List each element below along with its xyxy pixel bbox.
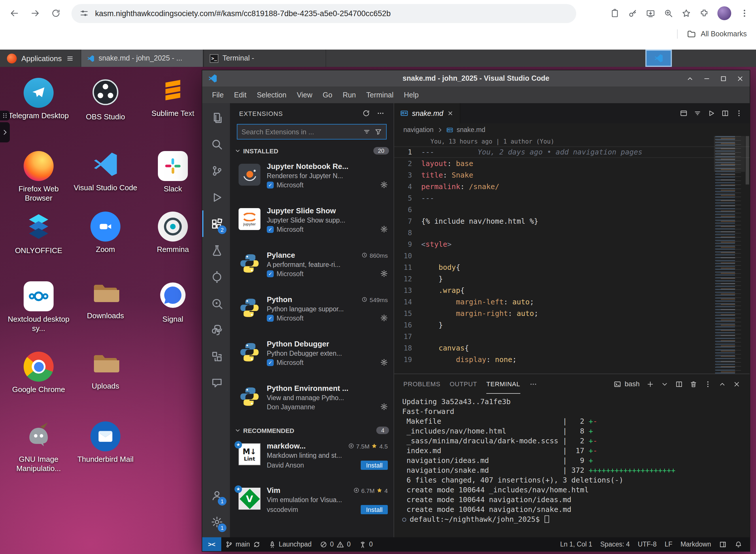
code-line-7[interactable]: 7{% include nav/home.html %} bbox=[394, 216, 750, 227]
terminal-more-actions-icon[interactable] bbox=[704, 380, 712, 388]
minimize-icon[interactable] bbox=[703, 75, 710, 82]
vscode-title-bar[interactable]: snake.md - john_2025 - Visual Studio Cod… bbox=[202, 70, 750, 87]
minimap[interactable] bbox=[714, 136, 745, 374]
maximize-panel-icon[interactable] bbox=[718, 380, 726, 388]
desktop-icon-downloads[interactable]: Downloads bbox=[72, 281, 139, 321]
site-settings-icon[interactable] bbox=[79, 9, 89, 18]
code-line-5[interactable]: 5--- bbox=[394, 192, 750, 204]
menu-view[interactable]: View bbox=[292, 91, 317, 99]
scrollbar-thumb[interactable] bbox=[746, 136, 749, 184]
code-line-2[interactable]: 2layout: base bbox=[394, 158, 750, 169]
extensions-search-box[interactable] bbox=[237, 124, 387, 140]
desktop-icon-uploads[interactable]: Uploads bbox=[72, 352, 139, 391]
activity-testing-button[interactable] bbox=[202, 237, 230, 264]
shade-window-icon[interactable] bbox=[686, 75, 694, 82]
open-preview-icon[interactable] bbox=[680, 110, 687, 117]
code-line-3[interactable]: 3title: Snake bbox=[394, 169, 750, 181]
encoding-item[interactable]: UTF-8 bbox=[634, 541, 660, 547]
menu-help[interactable]: Help bbox=[399, 91, 424, 99]
extension-manage-gear-icon[interactable] bbox=[380, 225, 388, 233]
extension-item-python[interactable]: Python549ms Python language suppor... ✓M… bbox=[230, 290, 393, 335]
close-window-icon[interactable] bbox=[737, 75, 744, 82]
install-button[interactable]: Install bbox=[361, 505, 388, 514]
kasm-drag-handle[interactable] bbox=[0, 111, 10, 120]
desktop-icon-gnu-image-manipulatio[interactable]: GNU Image Manipulatio... bbox=[5, 422, 72, 474]
desktop-icon-onlyoffice[interactable]: ONLYOFFICE bbox=[5, 212, 72, 256]
panel-tabs-more-icon[interactable] bbox=[529, 380, 537, 388]
activity-source-control-button[interactable] bbox=[202, 157, 230, 184]
kill-terminal-icon[interactable] bbox=[690, 380, 697, 388]
code-line-6[interactable]: 6 bbox=[394, 204, 750, 216]
terminal-profile-dropdown-icon[interactable] bbox=[661, 380, 669, 388]
extension-item-jupyter-slide-show[interactable]: jupyter Jupyter Slide Show Jupyter Slide… bbox=[230, 202, 393, 246]
all-bookmarks-button[interactable]: All Bookmarks bbox=[701, 30, 747, 38]
extension-manage-gear-icon[interactable] bbox=[380, 314, 388, 322]
code-editor[interactable]: You, 13 hours ago | 1 author (You) 1--- … bbox=[394, 136, 750, 374]
ports-status-item[interactable]: 0 bbox=[355, 537, 377, 551]
terminal-output[interactable]: Updating 3a52a43..7a1fe3bFast-forward Ma… bbox=[394, 394, 750, 537]
desktop-icon-obs-studio[interactable]: OBS Studio bbox=[72, 78, 139, 122]
activity-gear-button[interactable]: 1 bbox=[202, 508, 230, 535]
extensions-section-recommended[interactable]: RECOMMENDED4 bbox=[230, 424, 393, 437]
new-terminal-icon[interactable] bbox=[646, 380, 654, 388]
menu-edit[interactable]: Edit bbox=[229, 91, 252, 99]
breadcrumb-file[interactable]: snake.md bbox=[457, 126, 486, 133]
menu-selection[interactable]: Selection bbox=[252, 91, 292, 99]
activity-containers-button[interactable] bbox=[202, 343, 230, 370]
notifications-item[interactable] bbox=[731, 541, 746, 548]
code-line-19[interactable]: 19 display: none; bbox=[394, 354, 750, 366]
taskbar-window-terminal[interactable]: >_Terminal - bbox=[203, 50, 326, 67]
toggle-render-icon[interactable] bbox=[694, 110, 701, 117]
desktop-icon-telegram-desktop[interactable]: Telegram Desktop bbox=[5, 78, 72, 121]
cursor-position-item[interactable]: Ln 1, Col 1 bbox=[556, 541, 596, 547]
indentation-item[interactable]: Spaces: 4 bbox=[596, 541, 634, 547]
breadcrumb[interactable]: navigation snake.md bbox=[394, 123, 750, 136]
activity-account-button[interactable]: 1 bbox=[202, 482, 230, 508]
activity-comments-button[interactable] bbox=[202, 370, 230, 396]
extension-manage-gear-icon[interactable] bbox=[380, 270, 388, 277]
address-bar[interactable]: kasm.nighthawkcodingsociety.com/#/kasm/c… bbox=[71, 4, 576, 23]
browser-menu-icon[interactable] bbox=[740, 9, 749, 18]
desktop-icon-zoom[interactable]: Zoom bbox=[72, 212, 139, 255]
activity-extensions-button[interactable]: 2 bbox=[202, 210, 230, 237]
code-line-15[interactable]: 15 margin-right: auto; bbox=[394, 308, 750, 319]
code-line-10[interactable]: 10 bbox=[394, 250, 750, 262]
desktop-icon-remmina[interactable]: Remmina bbox=[139, 212, 206, 255]
menu-run[interactable]: Run bbox=[337, 91, 361, 99]
close-panel-icon[interactable] bbox=[733, 380, 741, 388]
branch-status-item[interactable]: main bbox=[221, 537, 264, 551]
reload-button[interactable] bbox=[47, 5, 65, 22]
extensions-section-installed[interactable]: INSTALLED20 bbox=[230, 144, 393, 157]
codelens-annotation[interactable]: You, 13 hours ago | 1 author (You) bbox=[394, 136, 750, 147]
extension-item-jupyter-notebook-re[interactable]: Jupyter Notebook Re... Renderers for Jup… bbox=[230, 157, 393, 202]
taskbar-window-snake-md-john-2025[interactable]: snake.md - john_2025 - ... bbox=[81, 50, 203, 67]
language-mode-item[interactable]: Markdown bbox=[677, 541, 715, 547]
activity-explorer-button[interactable] bbox=[202, 104, 230, 131]
extension-manage-gear-icon[interactable] bbox=[380, 181, 388, 188]
active-window-indicator-button[interactable] bbox=[645, 50, 672, 67]
more-editor-actions-icon[interactable] bbox=[735, 110, 743, 117]
code-line-1[interactable]: 1--- You, 2 days ago • add navigation pa… bbox=[394, 147, 750, 158]
extension-manage-gear-icon[interactable] bbox=[380, 403, 388, 410]
activity-search-button[interactable] bbox=[202, 131, 230, 157]
launchpad-status-item[interactable]: Launchpad bbox=[264, 537, 316, 551]
views-more-actions-icon[interactable] bbox=[377, 110, 384, 117]
extensions-search-input[interactable] bbox=[241, 128, 359, 136]
bookmark-star-icon[interactable] bbox=[682, 9, 691, 18]
back-button[interactable] bbox=[6, 5, 23, 22]
refresh-extensions-icon[interactable] bbox=[363, 110, 370, 117]
activity-remote-explorer-button[interactable] bbox=[202, 290, 230, 317]
menu-go[interactable]: Go bbox=[317, 91, 337, 99]
menu-file[interactable]: File bbox=[207, 91, 229, 99]
code-line-16[interactable]: 16 } bbox=[394, 319, 750, 331]
desktop-icon-google-chrome[interactable]: Google Chrome bbox=[5, 352, 72, 395]
code-line-8[interactable]: 8 bbox=[394, 227, 750, 239]
panel-tab-terminal[interactable]: TERMINAL bbox=[486, 374, 520, 394]
extension-item-pylance[interactable]: Pylance860ms A performant, feature-ri...… bbox=[230, 246, 393, 290]
desktop-icon-slack[interactable]: Slack bbox=[139, 151, 206, 194]
extensions-puzzle-icon[interactable] bbox=[699, 9, 709, 18]
sort-filter-icon[interactable] bbox=[363, 128, 371, 135]
install-button[interactable]: Install bbox=[361, 461, 388, 470]
close-tab-icon[interactable] bbox=[447, 110, 453, 116]
split-editor-icon[interactable] bbox=[721, 110, 729, 117]
